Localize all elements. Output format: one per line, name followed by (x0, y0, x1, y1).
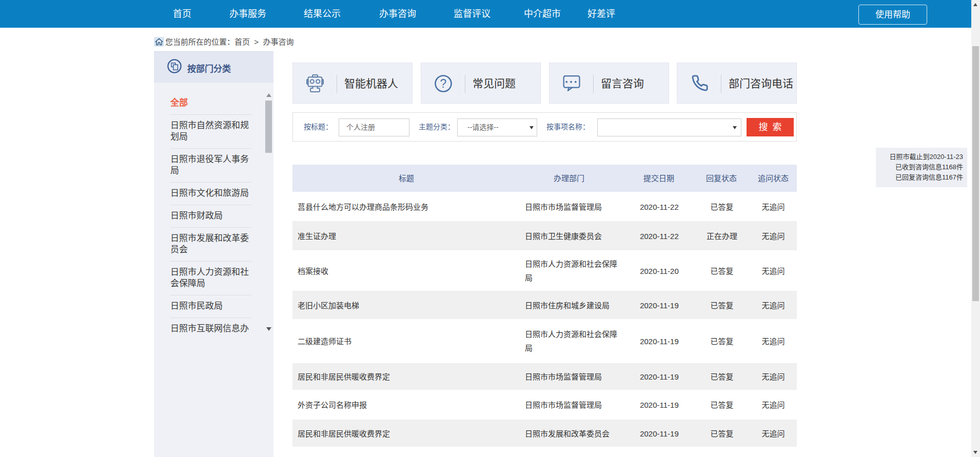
svg-text:?: ? (440, 77, 447, 90)
